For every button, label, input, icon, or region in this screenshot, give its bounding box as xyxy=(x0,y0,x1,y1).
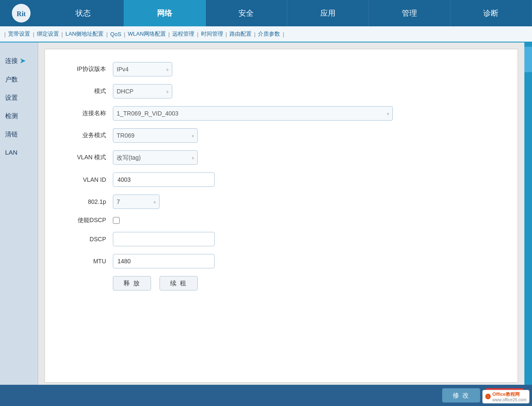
dscp-control xyxy=(113,232,393,246)
nav-tab-security[interactable]: 安全 xyxy=(206,0,287,26)
service-mode-label: 业务模式 xyxy=(62,132,113,139)
nav-tab-app[interactable]: 应用 xyxy=(287,0,369,26)
service-mode-row: 业务模式 TR069 INTERNET VOIP xyxy=(62,128,501,143)
sidebar-clear-label: 清链 xyxy=(5,130,18,138)
connection-name-select[interactable]: 1_TR069_R_VID_4003 xyxy=(113,106,393,121)
vlan-mode-select-wrapper: 改写(tag) 透传 不打标签 xyxy=(113,150,198,165)
connection-name-select-wrapper: 1_TR069_R_VID_4003 xyxy=(113,106,393,121)
vlan-mode-control: 改写(tag) 透传 不打标签 xyxy=(113,150,393,165)
ip-protocol-label: IP协议版本 xyxy=(62,65,113,73)
nav-tab-network[interactable]: 网络 xyxy=(124,0,205,26)
sidebar-item-users[interactable]: 户数 xyxy=(0,70,38,89)
renew-button[interactable]: 续 租 xyxy=(160,276,198,290)
subnav-route[interactable]: 路由配置 xyxy=(227,30,254,38)
dot1p-control: 0123 4567 xyxy=(113,195,393,209)
watermark-name: Office教程网 xyxy=(493,391,526,398)
connection-name-row: 连接名称 1_TR069_R_VID_4003 xyxy=(62,106,501,121)
sidebar-item-clear[interactable]: 清链 xyxy=(0,125,38,144)
watermark-url: www.office26.com xyxy=(493,398,526,402)
mode-label: 模式 xyxy=(62,87,113,95)
dot1p-select-wrapper: 0123 4567 xyxy=(113,195,160,209)
subnav-wlan[interactable]: WLAN网络配置 xyxy=(125,30,168,38)
nav-tab-status[interactable]: 状态 xyxy=(42,0,124,26)
vlan-mode-label: VLAN 模式 xyxy=(62,154,113,161)
right-scrollbar[interactable] xyxy=(524,42,532,389)
service-mode-control: TR069 INTERNET VOIP xyxy=(113,128,393,143)
mtu-input[interactable]: 1480 xyxy=(113,254,215,268)
dot1p-label: 802.1p xyxy=(62,198,113,205)
ip-protocol-select[interactable]: IPv4 IPv6 xyxy=(113,62,172,76)
subnav-remote[interactable]: 远程管理 xyxy=(170,30,197,38)
svg-text:Rit: Rit xyxy=(17,10,26,17)
modify-button[interactable]: 修 改 xyxy=(442,388,480,403)
sidebar-detect-label: 检测 xyxy=(5,112,18,120)
dscp-label: DSCP xyxy=(62,236,113,242)
subnav-time[interactable]: 时间管理 xyxy=(199,30,226,38)
nav-tab-manage[interactable]: 管理 xyxy=(369,0,450,26)
mtu-row: MTU 1480 xyxy=(62,254,501,268)
subnav-broadband[interactable]: 宽带设置 xyxy=(6,30,33,38)
dot1p-select[interactable]: 0123 4567 xyxy=(113,195,160,209)
logo-icon: Rit xyxy=(11,3,32,24)
ip-protocol-select-wrapper: IPv4 IPv6 xyxy=(113,62,172,76)
sidebar: 连接 ➤ 户数 设置 检测 清链 LAN xyxy=(0,42,38,389)
vlan-mode-select[interactable]: 改写(tag) 透传 不打标签 xyxy=(113,150,198,165)
sidebar-item-detect[interactable]: 检测 xyxy=(0,107,38,125)
mode-row: 模式 DHCP PPPoE 静态IP xyxy=(62,84,501,99)
release-button[interactable]: 释 放 xyxy=(113,276,151,290)
subnav-lan[interactable]: LAN侧地址配置 xyxy=(63,30,106,38)
mtu-control: 1480 xyxy=(113,254,393,268)
sidebar-arrow-icon: ➤ xyxy=(20,56,26,65)
dscp-enable-label: 使能DSCP xyxy=(62,217,113,224)
ip-protocol-row: IP协议版本 IPv4 IPv6 xyxy=(62,62,501,76)
ip-protocol-control: IPv4 IPv6 xyxy=(113,62,393,76)
dscp-row: DSCP xyxy=(62,232,501,246)
service-mode-select[interactable]: TR069 INTERNET VOIP xyxy=(113,128,198,143)
mtu-label: MTU xyxy=(62,258,113,265)
subnav-media[interactable]: 介质参数 xyxy=(255,30,283,38)
nav-tab-diagnose[interactable]: 诊断 xyxy=(451,0,532,26)
vlan-mode-row: VLAN 模式 改写(tag) 透传 不打标签 xyxy=(62,150,501,165)
main-layout: 连接 ➤ 户数 设置 检测 清链 LAN IP协议版本 IPv4 xyxy=(0,42,532,389)
watermark: 🅞 Office教程网 www.office26.com xyxy=(482,390,529,403)
mode-select-wrapper: DHCP PPPoE 静态IP xyxy=(113,84,172,99)
dscp-enable-checkbox[interactable] xyxy=(113,217,120,224)
sidebar-item-connect[interactable]: 连接 ➤ xyxy=(0,51,38,70)
sidebar-lan-label: LAN xyxy=(5,149,17,156)
top-nav: Rit 状态 网络 安全 应用 管理 诊断 xyxy=(0,0,532,26)
sidebar-connect-label: 连接 xyxy=(5,57,18,65)
sidebar-item-settings[interactable]: 设置 xyxy=(0,89,38,107)
subnav-bind[interactable]: 绑定设置 xyxy=(34,30,62,38)
mode-select[interactable]: DHCP PPPoE 静态IP xyxy=(113,84,172,99)
watermark-logo: 🅞 Office教程网 www.office26.com xyxy=(485,391,526,402)
logo-area: Rit xyxy=(0,0,42,26)
vlan-id-input[interactable]: 4003 xyxy=(113,172,215,187)
connection-name-control: 1_TR069_R_VID_4003 xyxy=(113,106,393,121)
sidebar-settings-label: 设置 xyxy=(5,94,18,102)
dscp-enable-row: 使能DSCP xyxy=(62,217,501,224)
scroll-handle xyxy=(524,47,532,72)
connection-name-label: 连接名称 xyxy=(62,110,113,117)
mode-control: DHCP PPPoE 静态IP xyxy=(113,84,393,99)
vlan-id-label: VLAN ID xyxy=(62,176,113,183)
sidebar-users-label: 户数 xyxy=(5,76,18,84)
action-buttons: 释 放 续 租 xyxy=(113,276,501,290)
dot1p-row: 802.1p 0123 4567 xyxy=(62,195,501,209)
service-mode-select-wrapper: TR069 INTERNET VOIP xyxy=(113,128,198,143)
bottom-bar: 修 改 删 除 xyxy=(0,385,532,406)
vlan-id-row: VLAN ID 4003 xyxy=(62,172,501,187)
vlan-id-control: 4003 xyxy=(113,172,393,187)
content-panel: IP协议版本 IPv4 IPv6 模式 DHCP PPPoE 静态IP xyxy=(45,49,518,383)
subnav-qos[interactable]: QoS xyxy=(108,31,124,37)
sidebar-item-lan[interactable]: LAN xyxy=(0,144,38,161)
dscp-enable-control xyxy=(113,217,393,224)
sub-nav: | 宽带设置 | 绑定设置 | LAN侧地址配置 | QoS | WLAN网络配… xyxy=(0,26,532,42)
dscp-input[interactable] xyxy=(113,232,215,246)
